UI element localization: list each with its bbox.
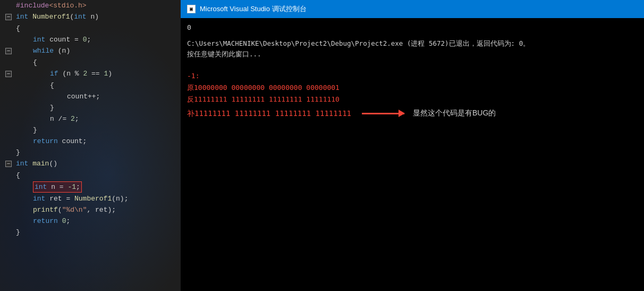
- console-titlebar: ▣ Microsoft Visual Studio 调试控制台: [181, 0, 644, 18]
- line18-content: int ret = Numberof1(n);: [16, 194, 181, 204]
- line8-content: {: [16, 80, 181, 90]
- collapse-gutter-7[interactable]: −: [4, 69, 14, 79]
- code-line-13: return count;: [0, 136, 181, 147]
- line3-content: {: [16, 23, 181, 34]
- code-line-8: {: [0, 80, 181, 91]
- code-line-18: int ret = Numberof1(n);: [0, 193, 181, 204]
- include-directive: #include<stdio.h>: [16, 1, 181, 11]
- code-line-11: n /= 2;: [0, 113, 181, 124]
- code-line-14: }: [0, 147, 181, 158]
- code-line-9: count++;: [0, 91, 181, 102]
- collapse-gutter-2[interactable]: −: [4, 12, 14, 22]
- arrow-line: [362, 113, 404, 114]
- console-panel: ▣ Microsoft Visual Studio 调试控制台 0 C:\Use…: [181, 0, 644, 291]
- code-editor: #include<stdio.h> − int Numberof1(int n)…: [0, 0, 181, 291]
- line13-content: return count;: [16, 136, 181, 146]
- line21-content: }: [16, 227, 181, 237]
- line2-content: int Numberof1(int n): [16, 12, 181, 22]
- console-output-zero: 0: [187, 22, 638, 33]
- line14-content: }: [16, 147, 181, 157]
- console-press-line: 按任意键关闭此窗口...: [187, 49, 638, 60]
- line6-content: {: [16, 57, 181, 68]
- line9-content: count++;: [16, 92, 181, 102]
- line16-content: {: [16, 170, 181, 180]
- code-line-1: #include<stdio.h>: [0, 0, 181, 11]
- line7-content: if (n % 2 == 1): [16, 69, 181, 79]
- console-body: 0 C:\Users\MACHENIKE\Desktop\Project2\De…: [181, 18, 644, 291]
- annotation-arrow: [362, 113, 404, 114]
- line19-content: printf("%d\n", ret);: [16, 205, 181, 215]
- line15-content: int main(): [16, 159, 181, 169]
- code-line-21: }: [0, 227, 181, 238]
- console-title: Microsoft Visual Studio 调试控制台: [200, 4, 307, 14]
- console-window-icon: ▣: [187, 5, 196, 13]
- line5-content: while (n): [16, 46, 181, 56]
- code-line-19: printf("%d\n", ret);: [0, 204, 181, 215]
- code-line-12: }: [0, 124, 181, 136]
- annotation-text-label: 显然这个代码是有BUG的: [413, 109, 496, 118]
- line10-content: }: [16, 103, 181, 113]
- code-line-16: {: [0, 170, 181, 181]
- console-binary-comp: 补11111111 11111111 11111111 11111111: [187, 107, 351, 119]
- collapse-gutter-5[interactable]: −: [4, 46, 14, 56]
- line11-content: n /= 2;: [16, 114, 181, 124]
- line12-content: }: [16, 125, 181, 135]
- code-line-4: int count = 0;: [0, 34, 181, 45]
- code-line-3: {: [0, 23, 181, 34]
- console-binary-orig: 原10000000 00000000 00000000 00000001: [187, 82, 638, 94]
- code-line-20: return 0;: [0, 215, 181, 227]
- code-line-7: − if (n % 2 == 1): [0, 68, 181, 80]
- line20-content: return 0;: [16, 216, 181, 226]
- code-line-15: − int main(): [0, 158, 181, 170]
- code-line-2: − int Numberof1(int n): [0, 11, 181, 23]
- console-binary-inv: 反11111111 11111111 11111111 11111110: [187, 94, 638, 105]
- code-line-5: − while (n): [0, 45, 181, 57]
- line4-content: int count = 0;: [16, 35, 181, 45]
- console-minus1: -1:: [187, 70, 638, 82]
- code-line-10: }: [0, 102, 181, 113]
- annotation-row: 补11111111 11111111 11111111 11111111 显然这…: [187, 107, 638, 119]
- console-path-line: C:\Users\MACHENIKE\Desktop\Project2\Debu…: [187, 38, 638, 49]
- line17-content: int n = -1;: [16, 181, 181, 193]
- collapse-gutter-15[interactable]: −: [4, 159, 14, 169]
- code-line-6: {: [0, 57, 181, 68]
- code-line-17: int n = -1;: [0, 181, 181, 193]
